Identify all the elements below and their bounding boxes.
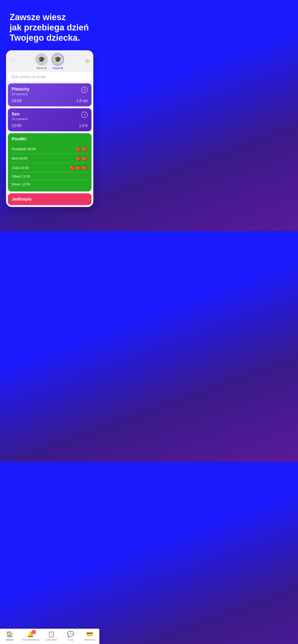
meals-card: Posiłki: Śniadanie 08:00 🍎 🍎 Mus 09:00 🍎… xyxy=(8,133,91,192)
pieluchy-value: 1.0 szt xyxy=(76,99,88,103)
avatar-marek[interactable]: 🎓 Marek B xyxy=(35,53,48,70)
sen-time: 12:00 xyxy=(12,124,21,128)
meal-name-mus: Mus 09:00 xyxy=(12,156,27,160)
meal-row-sniadanie: Śniadanie 08:00 🍎 🍎 xyxy=(12,144,88,154)
pieluchy-date: 13 czerwca xyxy=(12,92,30,96)
apple-icon-5: 🍎 xyxy=(70,165,75,170)
jadlospis-title: Jadłospis xyxy=(12,197,88,202)
apple-icon-3: 🍎 xyxy=(76,156,81,161)
no-entries-text: Brak wpisów na dzisiaj xyxy=(12,75,46,78)
apple-icon-6: 🍎 xyxy=(76,165,81,170)
meal-name-deser: Deser 12:50 xyxy=(12,182,30,186)
pieluchy-card: Pieluchy 13 czerwca i 13:03 1.0 szt xyxy=(8,84,91,106)
hero-line3: Twojego dziecka. xyxy=(10,33,80,43)
meal-row-mus: Mus 09:00 🍎 🍎 xyxy=(12,154,88,163)
apple-icon-7: 🍎 xyxy=(82,165,88,170)
card-header: ♡ 🎓 Marek B 🎓 Paweł B ⚙ xyxy=(6,50,93,70)
sen-info-icon[interactable]: i xyxy=(81,112,88,118)
avatar-pawel-circle: 🎓 xyxy=(52,53,64,66)
meal-name-obiad: Obiad 11:30 xyxy=(12,174,30,178)
no-entries-bar: Brak wpisów na dzisiaj xyxy=(8,72,91,82)
meal-icons-mus: 🍎 🍎 xyxy=(76,156,88,161)
apple-icon-1: 🍎 xyxy=(76,146,81,152)
hero-section: Zawsze wiesz jak przebiega dzień Twojego… xyxy=(0,0,99,50)
hero-line2: jak przebiega dzień xyxy=(10,22,89,32)
avatar-pawel[interactable]: 🎓 Paweł B xyxy=(52,53,64,70)
pieluchy-info-icon[interactable]: i xyxy=(81,87,88,93)
avatar-marek-label: Marek B xyxy=(37,66,47,70)
sen-title: Sen xyxy=(12,112,28,117)
app-card: ♡ 🎓 Marek B 🎓 Paweł B ⚙ Brak wpisów na d… xyxy=(6,50,93,207)
avatar-marek-circle: 🎓 xyxy=(35,53,48,66)
sen-date: 13 czerwca xyxy=(12,117,28,121)
avatars-container: 🎓 Marek B 🎓 Paweł B xyxy=(35,53,64,70)
meal-row-zupa: Zupa 10:30 🍎 🍎 🍎 xyxy=(12,163,88,172)
apple-icon-2: 🍎 xyxy=(82,146,88,152)
pieluchy-time: 13:03 xyxy=(12,99,21,103)
apple-icon-4: 🍎 xyxy=(82,156,88,161)
meal-row-deser: Deser 12:50 xyxy=(12,180,88,188)
meal-name-zupa: Zupa 10:30 xyxy=(12,166,29,170)
sen-card: Sen 13 czerwca i 12:00 1.0 h xyxy=(8,108,91,131)
meal-icons-zupa: 🍎 🍎 🍎 xyxy=(70,165,88,170)
hero-line1: Zawsze wiesz xyxy=(10,12,66,22)
avatar-pawel-label: Paweł B xyxy=(53,66,63,70)
pieluchy-title: Pieluchy xyxy=(12,87,30,92)
meals-title: Posiłki: xyxy=(12,136,88,142)
meal-name-sniadanie: Śniadanie 08:00 xyxy=(12,147,36,151)
meal-row-obiad: Obiad 11:30 xyxy=(12,172,88,180)
heart-icon[interactable]: ♡ xyxy=(10,58,15,64)
gear-icon[interactable]: ⚙ xyxy=(85,58,89,64)
sen-value: 1.0 h xyxy=(79,124,88,128)
hero-title: Zawsze wiesz jak przebiega dzień Twojego… xyxy=(10,12,90,43)
meal-icons-sniadanie: 🍎 🍎 xyxy=(76,146,88,152)
jadlospis-card: Jadłospis xyxy=(8,193,91,205)
